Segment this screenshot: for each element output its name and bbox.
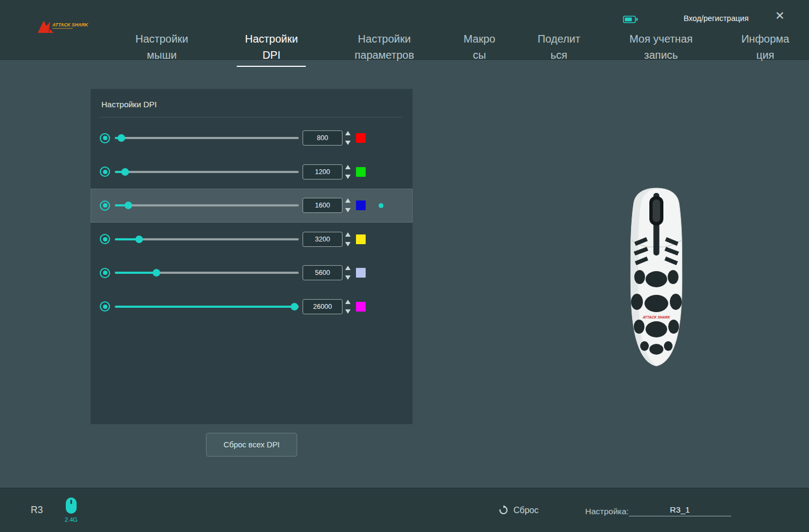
dpi-row-4: 3200: [91, 223, 413, 257]
stepper-down-icon[interactable]: [345, 175, 351, 179]
radio-dot-icon: [103, 203, 107, 208]
dpi-value-input[interactable]: 5600: [303, 265, 342, 280]
dpi-color-swatch[interactable]: [356, 133, 366, 143]
slider-track[interactable]: [115, 204, 299, 206]
dpi-rows: 800120016003200560026000: [91, 121, 413, 323]
nav-tab-4[interactable]: Макросы: [462, 31, 497, 63]
dpi-settings-panel: Настройки DPI 800120016003200560026000: [91, 89, 413, 424]
nav-tab-7[interactable]: Информация: [741, 31, 790, 63]
shark-logo-icon: ATTACK SHARK: [36, 17, 95, 38]
dpi-radio[interactable]: [100, 201, 110, 211]
battery-icon: [623, 15, 638, 26]
nav-tab-label: Настройки параметров: [354, 33, 414, 61]
dpi-stepper[interactable]: [345, 232, 351, 246]
brand-logo: ATTACK SHARK: [36, 17, 95, 40]
reset-label: Сброс: [513, 506, 539, 515]
stepper-up-icon[interactable]: [345, 232, 351, 237]
dpi-color-swatch[interactable]: [356, 234, 366, 244]
radio-dot-icon: [103, 237, 107, 241]
stepper-down-icon[interactable]: [345, 309, 351, 314]
reset-settings-button[interactable]: Сброс: [498, 505, 539, 515]
dpi-value-input[interactable]: 800: [303, 130, 342, 146]
slider-track[interactable]: [115, 171, 299, 173]
dpi-value-input[interactable]: 3200: [303, 232, 342, 247]
dpi-row-6: 26000: [91, 290, 413, 324]
slider-fill: [115, 306, 294, 308]
close-icon[interactable]: ×: [776, 8, 784, 24]
nav-tab-6[interactable]: Моя учетная запись: [621, 31, 702, 63]
dpi-radio[interactable]: [100, 167, 110, 177]
nav-tab-2[interactable]: Настройки DPI: [236, 31, 307, 67]
mouse-connection-icon: [65, 497, 77, 516]
dpi-slider[interactable]: [115, 302, 299, 310]
stepper-up-icon[interactable]: [345, 266, 351, 270]
dpi-radio[interactable]: [100, 301, 110, 312]
slider-thumb[interactable]: [135, 236, 143, 243]
nav-tab-1[interactable]: Настройки мыши: [127, 31, 197, 63]
radio-dot-icon: [103, 170, 107, 174]
refresh-icon: [498, 505, 509, 515]
stepper-up-icon[interactable]: [345, 300, 351, 304]
dpi-radio[interactable]: [100, 268, 110, 278]
nav-tab-3[interactable]: Настройки параметров: [346, 31, 423, 63]
reset-all-dpi-button[interactable]: Сброс всех DPI: [206, 433, 297, 457]
dpi-stepper[interactable]: [345, 266, 351, 280]
divider: [100, 117, 403, 118]
nav-tab-label: Информация: [741, 33, 789, 61]
slider-track[interactable]: [115, 137, 299, 139]
dpi-row-2: 1200: [91, 155, 413, 189]
dpi-value-input[interactable]: 1600: [303, 198, 342, 213]
profile-name-input[interactable]: R3_1: [629, 505, 731, 516]
dpi-row-1: 800: [91, 121, 413, 155]
dpi-slider[interactable]: [115, 269, 299, 277]
stepper-up-icon[interactable]: [345, 165, 351, 169]
stepper-down-icon[interactable]: [345, 208, 351, 212]
dpi-color-swatch[interactable]: [356, 167, 366, 177]
dpi-slider[interactable]: [115, 134, 299, 142]
dpi-radio[interactable]: [100, 234, 110, 244]
dpi-stepper[interactable]: [345, 198, 351, 212]
dpi-stepper[interactable]: [345, 300, 351, 314]
login-link[interactable]: Вход/регистрация: [683, 14, 749, 23]
stepper-down-icon[interactable]: [345, 141, 351, 145]
nav-tab-label: Настройки DPI: [245, 33, 298, 61]
connection-type: 2.4G: [60, 516, 82, 523]
stepper-up-icon[interactable]: [345, 131, 351, 135]
radio-dot-icon: [103, 136, 107, 140]
header-bar: ATTACK SHARK Настройки мышиНастройки DPI…: [0, 0, 809, 60]
dpi-value-input[interactable]: 26000: [303, 299, 342, 314]
radio-dot-icon: [103, 305, 107, 309]
mouse-preview: ATTACK SHARK: [616, 186, 697, 369]
dpi-stepper[interactable]: [345, 131, 351, 145]
dpi-slider[interactable]: [115, 202, 299, 210]
slider-thumb[interactable]: [118, 134, 125, 142]
dpi-color-swatch[interactable]: [356, 268, 366, 278]
dpi-row-5: 5600: [91, 256, 413, 290]
slider-thumb[interactable]: [121, 168, 129, 176]
slider-thumb[interactable]: [153, 269, 160, 277]
mouse-image: ATTACK SHARK: [616, 186, 697, 367]
brand-logo-text: ATTACK SHARK: [52, 22, 88, 27]
stepper-up-icon[interactable]: [345, 198, 351, 203]
mouse-logo-text: ATTACK SHARK: [642, 315, 671, 319]
stepper-down-icon[interactable]: [345, 275, 351, 280]
dpi-stepper[interactable]: [345, 165, 351, 179]
stepper-down-icon[interactable]: [345, 242, 351, 246]
nav-tab-label: Макросы: [463, 33, 495, 61]
dpi-slider[interactable]: [115, 168, 299, 176]
dpi-color-swatch[interactable]: [356, 302, 366, 312]
device-model: R3: [31, 505, 43, 516]
main-nav: Настройки мышиНастройки DPIНастройки пар…: [127, 31, 790, 67]
profile-label: Настройка:: [585, 507, 629, 516]
slider-thumb[interactable]: [125, 202, 132, 209]
dpi-value-input[interactable]: 1200: [303, 164, 342, 179]
slider-fill: [115, 272, 156, 274]
nav-tab-5[interactable]: Поделиться: [536, 31, 581, 63]
dpi-radio[interactable]: [100, 133, 110, 143]
slider-thumb[interactable]: [291, 303, 298, 310]
nav-tab-label: Поделиться: [538, 33, 580, 61]
dpi-slider[interactable]: [115, 235, 299, 243]
radio-dot-icon: [103, 271, 107, 275]
footer-bar: R3 2.4G Сброс Настройка: R3_1: [0, 488, 809, 532]
dpi-color-swatch[interactable]: [356, 201, 366, 210]
